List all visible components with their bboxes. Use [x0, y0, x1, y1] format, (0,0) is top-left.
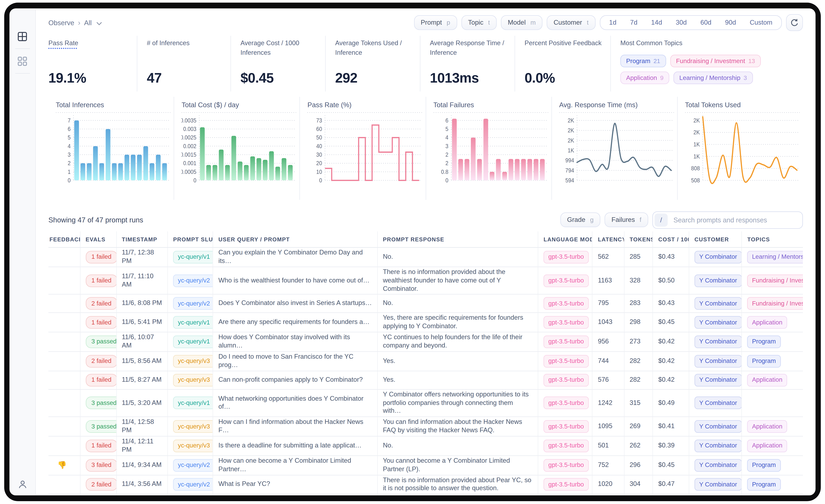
- filter-chip-label: Model: [508, 19, 526, 26]
- column-header-prompt-slug[interactable]: PROMPT SLUG: [167, 232, 213, 248]
- svg-text:0.0025: 0.0025: [181, 134, 197, 141]
- eval-badge: 1 failed: [86, 251, 116, 263]
- prompt-slug-cell: yc-query/v1: [167, 332, 213, 351]
- filter-chip-topic[interactable]: Topict: [461, 15, 497, 30]
- action-chip-grade[interactable]: Gradeg: [560, 213, 601, 227]
- refresh-button[interactable]: [786, 14, 803, 31]
- table-row[interactable]: 3 passed11/6, 10:07 AMyc-query/v1How doe…: [49, 332, 803, 351]
- tokens-cell: 328: [624, 267, 653, 295]
- column-header-timestamp[interactable]: TIMESTAMP: [116, 232, 167, 248]
- cost-cell: $0.45: [653, 313, 689, 332]
- language-model-cell: gpt-3.5-turbo: [538, 247, 592, 267]
- prompt-response-cell: No.: [377, 295, 538, 313]
- topic-chip-indigo[interactable]: Program21: [620, 55, 666, 67]
- svg-text:2K: 2K: [568, 117, 574, 124]
- time-range-14d[interactable]: 14d: [644, 19, 669, 26]
- customer-cell: Y Combinator: [689, 313, 742, 332]
- table-row[interactable]: 1 failed11/4, 12:11 PMyc-query/v3Is ther…: [49, 436, 803, 455]
- column-header-feedback[interactable]: FEEDBACK: [49, 232, 80, 248]
- time-range-7d[interactable]: 7d: [623, 19, 644, 26]
- topic-chip-label: Program: [626, 57, 650, 65]
- chart-canvas: 00.00050.0010.00150.0020.00250.0030.0035: [181, 110, 296, 190]
- topic-chip-count: 13: [748, 58, 755, 64]
- table-row[interactable]: 3 passed11/4, 12:58 PMyc-query/v3How can…: [49, 417, 803, 436]
- customer-cell: Y Combinator: [689, 247, 742, 267]
- latency-cell: 1095: [592, 417, 624, 436]
- table-row[interactable]: 2 failed11/5, 8:56 AMyc-query/v3Do I nee…: [49, 351, 803, 371]
- customer-cell: Y Combinator: [689, 371, 742, 389]
- language-model-badge: gpt-3.5-turbo: [544, 335, 589, 348]
- timestamp-cell: 11/4, 3:56 AM: [116, 475, 167, 494]
- action-chip-failures[interactable]: Failuresf: [605, 213, 648, 227]
- chart-total-failures: Total Failures00.8223456: [425, 97, 551, 200]
- table-row[interactable]: 1 failed11/7, 12:38 PMyc-query/v1Can you…: [49, 247, 803, 267]
- chart-total-tokens-used: Total Tokens Used5088081K1K2K2K: [677, 97, 803, 200]
- table-row[interactable]: 👎3 failed11/4, 9:34 AMyc-query/v2How can…: [49, 455, 803, 475]
- svg-text:50: 50: [316, 134, 322, 141]
- svg-text:0.0015: 0.0015: [181, 152, 197, 158]
- filter-chip-customer[interactable]: Customert: [547, 15, 596, 30]
- eval-badge: 2 failed: [86, 478, 116, 491]
- table-row[interactable]: 2 failed11/4, 3:56 AMyc-query/v2What is …: [49, 475, 803, 494]
- table-row[interactable]: 1 failed11/6, 5:41 PMyc-query/v1Are ther…: [49, 313, 803, 332]
- language-model-cell: gpt-3.5-turbo: [538, 389, 592, 417]
- svg-text:30: 30: [316, 152, 322, 158]
- column-header-prompt-response[interactable]: PROMPT RESPONSE: [377, 232, 538, 248]
- stat-value: 19.1%: [49, 70, 130, 86]
- cost-cell: $0.39: [653, 436, 689, 455]
- column-header-evals[interactable]: EVALS: [80, 232, 116, 248]
- prompt-slug-cell: yc-query/v2: [167, 267, 213, 295]
- prompt-response-cell: You can find information about the Hacke…: [377, 417, 538, 436]
- sidebar: [9, 8, 35, 495]
- filter-chip-prompt[interactable]: Promptp: [414, 15, 457, 30]
- time-range-30d[interactable]: 30d: [669, 19, 694, 26]
- topics-title: Most Common Topics: [620, 39, 796, 49]
- tokens-cell: 304: [624, 475, 653, 494]
- table-row[interactable]: 2 failed11/6, 8:08 PMyc-query/v2Does Y C…: [49, 295, 803, 313]
- filter-chip-model[interactable]: Modelm: [501, 15, 542, 30]
- feedback-cell: [49, 389, 80, 417]
- table-row[interactable]: 1 failed11/5, 8:27 AMyc-query/v3Can non-…: [49, 371, 803, 389]
- column-header-customer[interactable]: CUSTOMER: [689, 232, 742, 248]
- timestamp-cell: 11/4, 12:11 PM: [116, 436, 167, 455]
- filter-chip-shortcut: m: [530, 19, 536, 26]
- chevron-down-icon[interactable]: [96, 19, 102, 27]
- chart-total-cost-day: Total Cost ($) / day00.00050.0010.00150.…: [174, 97, 300, 200]
- evals-cell: 1 failed: [80, 436, 116, 455]
- time-range-1d[interactable]: 1d: [602, 19, 623, 26]
- column-header-tokens[interactable]: TOKENS: [624, 232, 653, 248]
- svg-text:0.003: 0.003: [183, 126, 197, 133]
- topic-chip-pink[interactable]: Fundraising / Investment13: [670, 55, 761, 67]
- time-range-90d[interactable]: 90d: [718, 19, 743, 26]
- svg-text:4: 4: [445, 134, 448, 141]
- table-view-icon[interactable]: [16, 29, 29, 43]
- table-row[interactable]: 3 passed11/5, 3:20 AMyc-query/v1What net…: [49, 389, 803, 417]
- topic-chip-label: Application: [626, 74, 657, 82]
- column-header-latency[interactable]: LATENCY: [592, 232, 624, 248]
- search-input[interactable]: [672, 215, 801, 224]
- table-row[interactable]: 1 failed11/7, 11:10 AMyc-query/v2Who is …: [49, 267, 803, 295]
- svg-text:2K: 2K: [568, 127, 574, 134]
- time-range-60d[interactable]: 60d: [694, 19, 718, 26]
- topic-chip-purple[interactable]: Learning / Mentorship3: [674, 71, 753, 84]
- prompt-slug-badge: yc-query/v3: [173, 439, 213, 452]
- topics-cell: [742, 389, 803, 417]
- feedback-cell: [49, 295, 80, 313]
- svg-text:73: 73: [316, 117, 322, 124]
- user-icon[interactable]: [9, 480, 35, 489]
- feedback-cell: 👎: [49, 455, 80, 475]
- eval-badge: 1 failed: [86, 316, 116, 329]
- tokens-cell: 262: [624, 436, 653, 455]
- topic-chip-plum[interactable]: Application9: [620, 71, 669, 84]
- breadcrumb-current[interactable]: All: [84, 19, 92, 26]
- column-header-user-query-prompt[interactable]: USER QUERY / PROMPT: [213, 232, 377, 248]
- column-header-cost-1000[interactable]: COST / 1000: [653, 232, 689, 248]
- table-row[interactable]: 1 failed11/4, 3:21 AMyc-query/v3Do you p…: [49, 494, 803, 496]
- filter-chip-shortcut: p: [447, 19, 450, 26]
- column-header-language-model[interactable]: LANGUAGE MODEL: [538, 232, 592, 248]
- dashboard-grid-icon[interactable]: [16, 54, 29, 68]
- topic-badge: Application: [747, 439, 787, 452]
- breadcrumb-root[interactable]: Observe: [49, 19, 74, 26]
- column-header-topics[interactable]: TOPICS: [742, 232, 803, 248]
- time-range-custom[interactable]: Custom: [743, 19, 779, 26]
